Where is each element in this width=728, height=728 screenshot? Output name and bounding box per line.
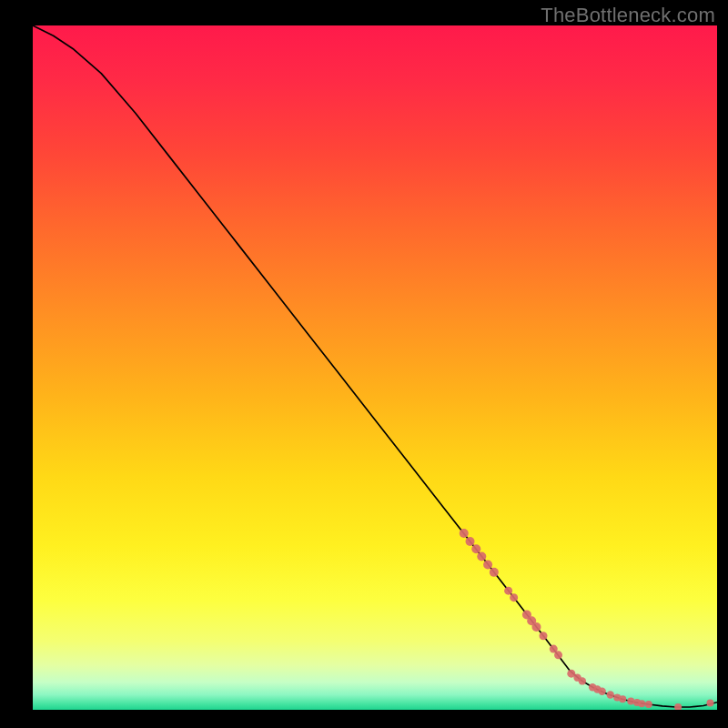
data-point [466, 537, 475, 546]
data-point [619, 695, 626, 703]
watermark-text: TheBottleneck.com [541, 4, 715, 27]
data-point [539, 632, 547, 640]
gradient-background [33, 25, 717, 710]
data-point [510, 593, 518, 602]
data-point [598, 688, 605, 695]
data-point [627, 698, 634, 705]
data-point [606, 691, 613, 698]
data-point [504, 587, 512, 595]
plot-area [33, 25, 717, 710]
data-point [531, 622, 541, 632]
data-point [471, 544, 480, 553]
data-point [483, 561, 492, 570]
data-point [490, 568, 499, 577]
data-point [477, 552, 486, 561]
data-point [645, 701, 652, 708]
data-point [638, 700, 645, 707]
chart-frame: TheBottleneck.com [0, 0, 728, 728]
data-point [554, 651, 562, 659]
data-point [460, 529, 469, 538]
data-point [579, 677, 586, 684]
data-point [706, 699, 713, 706]
chart-svg [33, 25, 717, 710]
